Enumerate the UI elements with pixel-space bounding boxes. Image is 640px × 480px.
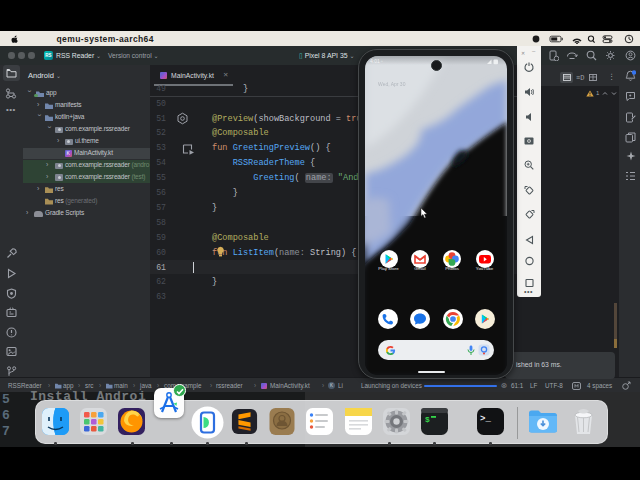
svg-text:>_: >_ [480,414,491,424]
svg-text:$: $ [425,415,430,424]
